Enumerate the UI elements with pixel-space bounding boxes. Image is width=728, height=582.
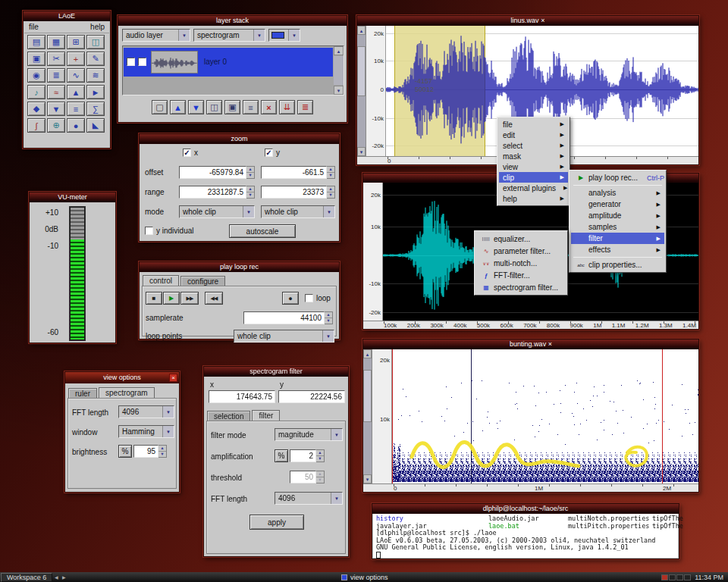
scroll-up-icon[interactable]: ▲ — [363, 349, 372, 358]
merge-down-button[interactable]: ⇊ — [279, 100, 295, 114]
tool-layers-icon[interactable]: ≡ — [67, 102, 85, 116]
title-bar[interactable]: VU-meter — [30, 192, 115, 202]
play-button[interactable]: ▶ — [163, 292, 180, 305]
amplification-unit[interactable]: % — [275, 449, 288, 462]
layer-down-button[interactable]: ▼ — [188, 100, 204, 114]
tool-play-icon[interactable]: ► — [86, 85, 105, 99]
scroll-up-icon[interactable]: ▲ — [334, 46, 344, 55]
menu-item-parameter-filter[interactable]: ∿parameter filter... — [476, 245, 566, 257]
tool-select-corner-icon[interactable]: ◣ — [86, 118, 105, 133]
tool-measure-icon[interactable]: ≣ — [47, 68, 65, 83]
copy-layer-button[interactable]: ◫ — [206, 100, 222, 114]
title-bar[interactable]: play loop rec — [140, 262, 339, 272]
menu-item-filter[interactable]: filter▶ — [571, 233, 664, 244]
tool-save-icon[interactable]: ▦ — [47, 35, 65, 49]
layer-color-select[interactable]: ▼ — [268, 29, 300, 42]
tab-selection[interactable]: selection — [207, 411, 250, 421]
chevron-down-icon[interactable]: ▼ — [243, 206, 254, 217]
title-bar[interactable]: dlphilp@localhost:~/laoe/src — [372, 504, 679, 514]
menu-file[interactable]: file — [29, 23, 39, 31]
scrollbar-thumb[interactable] — [363, 370, 372, 422]
offset-y-spinner[interactable]: -661.5▲▼ — [261, 166, 335, 179]
apply-button[interactable]: apply — [249, 515, 304, 530]
scroll-down-icon[interactable]: ▼ — [357, 147, 366, 156]
spin-up-icon[interactable]: ▲ — [327, 167, 334, 173]
title-bar[interactable]: zoom — [140, 134, 339, 144]
tab-spectrogram[interactable]: spectrogram — [99, 387, 155, 399]
x-position-field[interactable]: 174643.75 — [209, 390, 275, 403]
scrollbar-thumb[interactable] — [357, 46, 366, 97]
menu-item-clip[interactable]: clip▶ — [499, 172, 568, 183]
title-bar[interactable]: spectrogram filter — [204, 367, 348, 377]
window-function-select[interactable]: Hamming▼ — [118, 425, 174, 438]
menu-item-external-plugins[interactable]: external plugins▶ — [499, 183, 568, 193]
menu-item-select[interactable]: select▶ — [499, 140, 568, 151]
tool-magnify-icon[interactable]: ◉ — [27, 68, 46, 83]
menu-item-effects[interactable]: effects▶ — [571, 244, 664, 255]
vertical-scrollbar[interactable]: ▲ ▼ — [363, 349, 372, 483]
menu-item-amplitude[interactable]: amplitude▶ — [571, 210, 664, 221]
filter-mode-select[interactable]: magnitude▼ — [275, 428, 343, 441]
fast-forward-button[interactable]: ▶▶ — [180, 292, 199, 305]
scrollbar-track[interactable] — [334, 56, 344, 85]
title-bar[interactable]: view options × — [65, 372, 179, 383]
tool-paste-icon[interactable]: ▣ — [27, 52, 46, 66]
delete-layer-button[interactable]: × — [261, 100, 277, 114]
layer-up-button[interactable]: ▲ — [170, 100, 186, 114]
chevron-down-icon[interactable]: ▼ — [322, 330, 334, 342]
tool-marker-icon[interactable]: ◆ — [27, 102, 46, 116]
autoscale-button[interactable]: autoscale — [229, 224, 296, 238]
scroll-up-icon[interactable]: ▲ — [357, 26, 366, 35]
menu-help[interactable]: help — [90, 23, 105, 31]
menu-item-clip-properties[interactable]: abc clip properties... — [571, 259, 664, 271]
tool-copy-icon[interactable]: ◫ — [86, 35, 105, 49]
record-button[interactable]: ● — [282, 292, 299, 305]
spin-up-icon[interactable]: ▲ — [316, 450, 324, 456]
tool-open-icon[interactable]: ▤ — [27, 35, 46, 49]
range-y-spinner[interactable]: 23373▲▼ — [261, 186, 335, 199]
title-bar[interactable]: LAoE — [24, 11, 110, 21]
scrollbar-track[interactable] — [357, 35, 366, 147]
layer-visible-checkbox[interactable] — [127, 58, 135, 66]
layer-type-select[interactable]: audio layer▼ — [122, 29, 190, 42]
y-position-field[interactable]: 22224.56 — [278, 390, 345, 403]
pager-cell[interactable] — [669, 574, 676, 580]
terminal-content[interactable]: history laoeAudio.jar multiNotch.propert… — [373, 514, 678, 558]
workspace-next-icon[interactable]: ▶ — [60, 574, 67, 580]
menu-item-play-loop-rec[interactable]: ▶ play loop rec... Ctrl-P — [571, 172, 664, 183]
new-layer-button[interactable]: ▢ — [152, 100, 168, 114]
chevron-down-icon[interactable]: ▼ — [162, 406, 174, 418]
tool-zoom-window-icon[interactable]: ⊞ — [67, 35, 85, 49]
tool-integral-icon[interactable]: ∫ — [27, 118, 46, 133]
tab-filter[interactable]: filter — [252, 410, 280, 421]
tool-draw-icon[interactable]: ✎ — [86, 52, 105, 66]
stop-button[interactable]: ■ — [146, 292, 162, 305]
pager[interactable] — [661, 574, 691, 580]
tab-configure[interactable]: configure — [180, 276, 225, 286]
chevron-down-icon[interactable]: ▼ — [162, 426, 174, 437]
spin-down-icon[interactable]: ▼ — [246, 192, 254, 198]
samplerate-spinner[interactable]: 44100▲▼ — [243, 311, 333, 324]
title-bar[interactable]: bunting.wav × — [363, 340, 698, 349]
tool-notes-icon[interactable]: ♪ — [27, 85, 46, 99]
menu-item-fft-filter[interactable]: ƒFFT-filter... — [476, 269, 566, 281]
active-window-task[interactable]: view options — [341, 574, 388, 581]
tab-ruler[interactable]: ruler — [68, 388, 97, 399]
spin-up-icon[interactable]: ▲ — [158, 446, 166, 452]
menu-item-mask[interactable]: mask▶ — [499, 151, 568, 161]
tool-move-icon[interactable]: + — [67, 52, 85, 66]
workspace-button[interactable]: Workspace 6 — [1, 573, 52, 582]
view-type-select[interactable]: spectrogram▼ — [193, 29, 265, 42]
tool-sum-icon[interactable]: ∑ — [86, 102, 105, 116]
menu-item-generator[interactable]: generator▶ — [571, 199, 664, 210]
fft-length-select[interactable]: 4096▼ — [275, 492, 343, 505]
y-individual-checkbox[interactable] — [145, 227, 153, 235]
tool-spectrum-icon[interactable]: ≋ — [86, 68, 105, 83]
vertical-scrollbar[interactable]: ▲ ▼ — [357, 26, 366, 156]
tool-marker-down-icon[interactable]: ▼ — [47, 102, 65, 116]
title-bar[interactable]: linus.wav × — [357, 16, 698, 26]
menu-item-edit[interactable]: edit▶ — [499, 130, 568, 140]
fft-length-select[interactable]: 4096▼ — [118, 405, 174, 418]
spin-down-icon[interactable]: ▼ — [246, 173, 254, 178]
pager-cell[interactable] — [676, 574, 683, 580]
